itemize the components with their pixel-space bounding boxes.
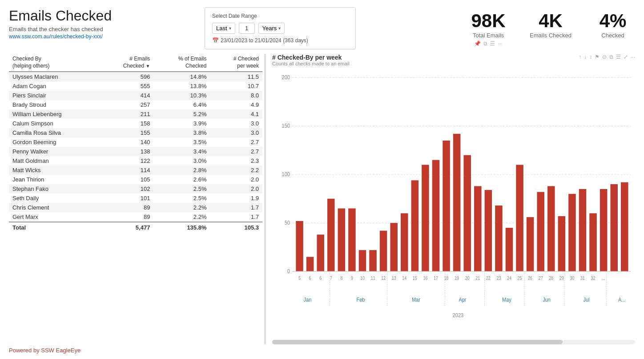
row-per-week: 1.7	[210, 212, 262, 222]
bar[interactable]	[527, 217, 534, 271]
expand-chart-icon[interactable]: ⤢	[624, 54, 628, 60]
row-per-week: 3.0	[210, 119, 262, 128]
bar[interactable]	[558, 216, 566, 271]
kpi-checked-pct: 4% Checked	[591, 11, 635, 39]
up-icon[interactable]: ↑	[579, 54, 581, 60]
top-row: Emails Checked Emails that the checker h…	[9, 7, 635, 49]
bar[interactable]	[579, 189, 587, 271]
bar[interactable]	[443, 141, 450, 271]
copy-icon: ⧉	[483, 40, 487, 47]
bar[interactable]	[463, 155, 471, 271]
copy-chart-icon[interactable]: ⧉	[609, 54, 613, 60]
svg-text:9: 9	[351, 275, 353, 281]
bar[interactable]	[411, 180, 419, 271]
svg-text:10: 10	[360, 275, 365, 281]
unit-dropdown[interactable]: Years ▾	[258, 23, 285, 34]
rules-link[interactable]: www.ssw.com.au/rules/checked-by-xxx/	[9, 33, 196, 40]
chart-title: # Checked-By per week	[272, 54, 350, 61]
bar[interactable]	[327, 199, 335, 271]
svg-text:50: 50	[285, 219, 290, 226]
bar[interactable]	[380, 231, 387, 271]
bar[interactable]	[621, 182, 628, 271]
down-icon[interactable]: ↓	[584, 54, 587, 60]
more-chart-icon[interactable]: ···	[631, 54, 635, 60]
bar[interactable]	[317, 234, 324, 271]
bar[interactable]	[422, 165, 429, 271]
bar[interactable]	[401, 213, 408, 271]
svg-text:13: 13	[392, 275, 396, 281]
bar[interactable]	[390, 223, 398, 271]
col-header-pct: % of EmailsChecked	[153, 54, 210, 72]
table-row: Calum Simpson 158 3.9% 3.0	[9, 119, 262, 128]
bar[interactable]	[432, 160, 440, 272]
main-page: Emails Checked Emails that the checker h…	[0, 0, 644, 359]
row-emails: 140	[99, 137, 154, 147]
chart-scrollbar[interactable]	[272, 340, 635, 344]
bar[interactable]	[547, 186, 555, 271]
chevron-down-icon-2: ▾	[278, 26, 281, 31]
row-emails: 102	[99, 184, 154, 194]
svg-text:2023: 2023	[453, 312, 464, 319]
row-name: Piers Sinclair	[9, 91, 99, 100]
bar[interactable]	[610, 184, 618, 271]
bar[interactable]	[348, 208, 356, 271]
bar[interactable]	[296, 221, 303, 271]
row-per-week: 8.0	[210, 91, 262, 100]
table-row: Ulysses Maclaren 596 14.8% 11.5	[9, 72, 262, 81]
table-header-row: Checked By(helping others) # EmailsCheck…	[9, 54, 262, 72]
period-dropdown[interactable]: Last ▾	[212, 23, 235, 34]
bar[interactable]	[600, 189, 608, 271]
bar[interactable]	[359, 250, 366, 271]
pin-chart-icon[interactable]: ⚑	[595, 54, 600, 60]
bar[interactable]	[474, 186, 482, 271]
bar[interactable]	[589, 213, 597, 271]
chart-title-group: # Checked-By per week Counts all checks …	[272, 54, 350, 66]
focus-icon[interactable]: ⊙	[602, 54, 607, 60]
table-row: Jean Thirion 105 2.6% 2.0	[9, 175, 262, 184]
chart-section: # Checked-By per week Counts all checks …	[268, 54, 635, 344]
bar[interactable]	[537, 192, 544, 271]
column-divider[interactable]	[264, 54, 266, 344]
bar[interactable]	[495, 206, 503, 271]
svg-text:17: 17	[434, 275, 438, 281]
footer-emails: 5,477	[99, 222, 154, 233]
table-row: Gordon Beeming 140 3.5% 2.7	[9, 137, 262, 147]
title-section: Emails Checked Emails that the checker h…	[9, 7, 196, 40]
footer-label: Total	[9, 222, 99, 233]
chart-toolbar: ↑ ↓ ↕ ⚑ ⊙ ⧉ ☰ ⤢ ···	[579, 54, 635, 60]
row-emails: 89	[99, 212, 154, 222]
row-name: Adam Cogan	[9, 81, 99, 91]
date-range-label: Select Date Range	[212, 13, 348, 19]
svg-text:Jul: Jul	[584, 296, 590, 303]
more-icon: ···	[498, 40, 502, 47]
filter-chart-icon[interactable]: ☰	[616, 54, 621, 60]
bar[interactable]	[338, 208, 346, 271]
row-name: Ulysses Maclaren	[9, 72, 99, 81]
footer-pct: 135.8%	[153, 222, 210, 233]
footer-per-week: 105.3	[210, 222, 262, 233]
bar[interactable]	[369, 250, 377, 271]
bar[interactable]	[453, 134, 461, 271]
row-emails: 211	[99, 109, 154, 119]
bar[interactable]	[506, 228, 513, 271]
bar[interactable]	[485, 190, 492, 271]
svg-text:Jan: Jan	[304, 296, 312, 303]
row-per-week: 1.9	[210, 194, 262, 203]
kpi-emails-checked: 4K Emails Checked	[528, 11, 573, 39]
sort-arrow-icon: ▼	[145, 64, 150, 69]
svg-text:26: 26	[528, 275, 532, 281]
svg-text:...: ...	[602, 275, 605, 281]
bar[interactable]	[516, 165, 523, 271]
bar[interactable]	[306, 257, 314, 271]
row-pct: 13.8%	[153, 81, 210, 91]
row-name: Matt Wicks	[9, 165, 99, 175]
svg-text:15: 15	[413, 275, 417, 281]
row-pct: 2.8%	[153, 165, 210, 175]
sort-icon[interactable]: ↕	[589, 54, 592, 60]
svg-text:24: 24	[507, 275, 511, 281]
scrollbar-thumb[interactable]	[272, 340, 563, 344]
row-per-week: 3.0	[210, 128, 262, 137]
bar[interactable]	[568, 194, 576, 271]
svg-text:6: 6	[309, 275, 311, 281]
row-per-week: 2.3	[210, 156, 262, 165]
